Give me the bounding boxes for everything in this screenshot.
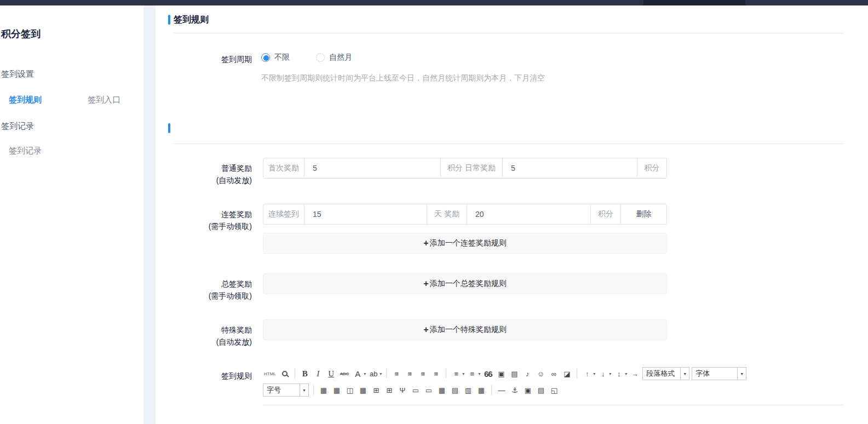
paste-icon[interactable]: ◱	[549, 384, 560, 396]
delete-rule-button[interactable]: 删除	[621, 204, 666, 224]
line-spacing-icon[interactable]: ↕	[613, 368, 624, 380]
insert-link-icon[interactable]: ∞	[548, 368, 559, 380]
radio-unlimited[interactable]	[261, 53, 270, 62]
insert-image-icon[interactable]: ▣	[496, 368, 507, 380]
insert-music-icon[interactable]: ♪	[522, 368, 533, 380]
sidebar-title: 积分签到	[1, 27, 41, 41]
add-total-rule-label: 添加一个总签奖励规则	[430, 279, 507, 289]
align-right-icon[interactable]: ≡	[417, 368, 428, 380]
anchor-icon[interactable]: ⚓	[509, 384, 520, 396]
continuous-unit-addon: 积分	[591, 204, 621, 224]
continuous-reward-input-group: 连续签到 天 奖励 积分 删除	[263, 204, 667, 225]
unordered-list-icon[interactable]: ≡	[467, 368, 478, 380]
first-reward-input[interactable]	[304, 158, 440, 178]
continuous-days-addon: 连续签到	[263, 204, 304, 224]
sidebar-item-sign-entry[interactable]: 签到入口	[88, 95, 120, 105]
emoticon-icon[interactable]: ☺	[535, 368, 546, 380]
rich-text-editor: HTML B I U ABC A ▾ ab ▾ ≡ ≡ ≡ ≡ ≡ ▾ ≡ ▾ …	[263, 365, 835, 398]
split-cell-horizontal-icon[interactable]: ▭	[410, 384, 421, 396]
align-center-icon[interactable]: ≡	[404, 368, 415, 380]
italic-icon[interactable]: I	[313, 368, 324, 380]
add-special-rule-button[interactable]: + 添加一个特殊奖励规则	[263, 319, 667, 340]
delete-table-icon[interactable]: ▦	[331, 384, 342, 396]
dropdown-caret[interactable]: ▾	[609, 371, 611, 376]
normal-reward-sublabel: (自动发放)	[163, 174, 252, 186]
editor-label: 签到规则	[163, 370, 252, 382]
cell-properties-icon[interactable]: ◫	[344, 384, 355, 396]
indent-icon[interactable]: →	[629, 368, 640, 380]
preview-icon[interactable]	[279, 368, 290, 380]
font-size-select[interactable]: 字号 ▾	[263, 383, 309, 397]
continuous-reward-label: 连签奖励	[163, 208, 252, 220]
radio-natural-month-label[interactable]: 自然月	[329, 53, 352, 62]
insert-col-right-icon[interactable]: ⊞	[371, 384, 382, 396]
row-properties-icon[interactable]: ▤	[450, 384, 461, 396]
insert-row-above-icon[interactable]: ▦	[358, 384, 369, 396]
special-reward-sublabel: (自动发放)	[163, 336, 252, 348]
insert-row-below-icon[interactable]: ▦	[436, 384, 447, 396]
delete-column-icon[interactable]: ▦	[476, 384, 487, 396]
font-color-icon[interactable]: A	[352, 368, 363, 380]
sidebar-item-sign-rules[interactable]: 签到规则	[9, 95, 42, 105]
image-map-icon[interactable]: ▣	[522, 384, 533, 396]
split-cell-vertical-icon[interactable]: ▭	[423, 384, 434, 396]
insert-table-icon[interactable]: ▦	[318, 384, 329, 396]
insert-col-left-icon[interactable]: ⊞	[384, 384, 395, 396]
remove-format-icon[interactable]: ◪	[561, 368, 572, 380]
plus-icon: +	[423, 279, 428, 289]
html-source-icon[interactable]: HTML	[263, 368, 277, 380]
add-special-rule-label: 添加一个特殊奖励规则	[430, 325, 507, 335]
radio-natural-month[interactable]	[316, 53, 325, 62]
delete-row-icon[interactable]: ▥	[463, 384, 474, 396]
chevron-down-icon: ▾	[680, 368, 689, 380]
cycle-label: 签到周期	[163, 53, 252, 65]
print-icon[interactable]: ▤	[536, 384, 547, 396]
font-size-value: 字号	[263, 385, 300, 395]
toolbar-separator	[386, 369, 387, 379]
ordered-list-icon[interactable]: ≡	[451, 368, 462, 380]
sidebar: 积分签到 签到设置 签到规则 签到入口 签到记录 签到记录	[0, 5, 143, 424]
continuous-days-input[interactable]	[304, 204, 427, 224]
daily-reward-input[interactable]	[503, 158, 637, 178]
bold-icon[interactable]: B	[300, 368, 311, 380]
normal-reward-label: 普通奖励	[163, 162, 252, 174]
editor-content-area[interactable]	[263, 405, 832, 424]
page-title: 签到规则	[174, 14, 209, 26]
merge-cells-icon[interactable]: Ψ	[397, 384, 408, 396]
font-family-select[interactable]: 字体 ▾	[692, 367, 746, 380]
blockquote-icon[interactable]: 66	[482, 368, 493, 380]
add-total-rule-button[interactable]: + 添加一个总签奖励规则	[263, 273, 667, 294]
paragraph-format-select[interactable]: 段落格式 ▾	[642, 367, 689, 380]
dropdown-caret[interactable]: ▾	[625, 371, 627, 376]
toolbar-separator	[446, 369, 446, 379]
dropdown-caret[interactable]: ▾	[380, 371, 382, 376]
dropdown-caret[interactable]: ▾	[364, 371, 366, 376]
dropdown-caret[interactable]: ▾	[462, 371, 464, 376]
section2-divider	[174, 144, 843, 144]
editor-toolbar-row1: HTML B I U ABC A ▾ ab ▾ ≡ ≡ ≡ ≡ ≡ ▾ ≡ ▾ …	[263, 365, 835, 382]
daily-reward-addon: 积分 日常奖励	[441, 158, 503, 178]
continuous-points-input[interactable]	[467, 204, 590, 224]
plus-icon: +	[423, 238, 428, 248]
add-continuous-rule-button[interactable]: + 添加一个连签奖励规则	[263, 233, 667, 254]
plus-icon: +	[423, 325, 428, 335]
total-reward-sublabel: (需手动领取)	[163, 290, 252, 302]
dropdown-caret[interactable]: ▾	[478, 371, 480, 376]
underline-icon[interactable]: U	[326, 368, 337, 380]
normal-reward-input-group: 首次奖励 积分 日常奖励 积分	[263, 158, 667, 179]
line-height-down-icon[interactable]: ↓	[597, 368, 608, 380]
cycle-help-text: 不限制签到周期则统计时间为平台上线至今日，自然月统计周期则为本月，下月清空	[261, 73, 545, 83]
section-accent-bar	[168, 15, 170, 25]
align-justify-icon[interactable]: ≡	[430, 368, 441, 380]
radio-unlimited-label[interactable]: 不限	[274, 53, 290, 62]
horizontal-rule-icon[interactable]: —	[496, 384, 507, 396]
strikethrough-icon[interactable]: ABC	[339, 368, 350, 380]
editor-toolbar-row2: 字号 ▾ ▦ ▦ ◫ ▦ ⊞ ⊞ Ψ ▭ ▭ ▦ ▤ ▥ ▦ — ⚓ ▣ ▤ ◱	[263, 382, 835, 398]
align-left-icon[interactable]: ≡	[391, 368, 402, 380]
sidebar-item-sign-records[interactable]: 签到记录	[9, 146, 42, 156]
insert-video-icon[interactable]: ▤	[509, 368, 520, 380]
highlight-color-icon[interactable]: ab	[368, 368, 379, 380]
line-height-up-icon[interactable]: ↑	[582, 368, 593, 380]
total-reward-label: 总签奖励	[163, 278, 252, 290]
dropdown-caret[interactable]: ▾	[593, 371, 595, 376]
